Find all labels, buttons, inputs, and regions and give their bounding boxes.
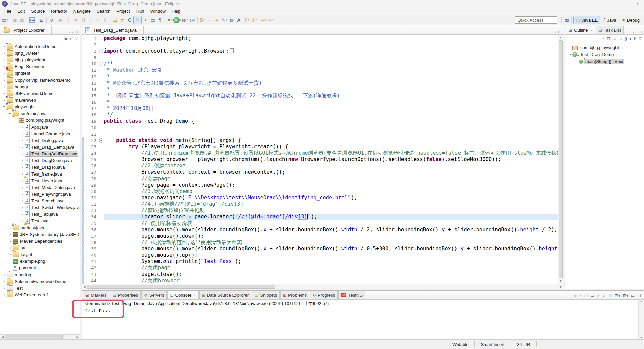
fold-column[interactable] — [98, 67, 104, 73]
close-icon[interactable]: × — [47, 28, 49, 32]
tab-snippets[interactable]: ▤Snippets — [252, 291, 280, 299]
tree-item-copy-of-vipframeworkdemo[interactable]: ›Copy of VipFrameworkDemo — [0, 77, 80, 83]
chevron-collapsed-icon[interactable]: › — [20, 185, 25, 190]
terminate-button[interactable]: ■ — [72, 16, 79, 24]
fold-column[interactable]: + — [98, 48, 104, 54]
code-line-10[interactable]: 10−/** — [82, 61, 558, 67]
search-button[interactable]: A — [235, 16, 243, 24]
tab-markers[interactable]: ▣Markers — [83, 291, 109, 299]
code-editor[interactable]: 1package com.bjhg.playwright;23+import c… — [82, 35, 558, 284]
chevron-collapsed-icon[interactable]: › — [20, 151, 25, 156]
fold-column[interactable] — [98, 144, 104, 150]
tree-item-pom-xml[interactable]: ›pom.xml — [0, 264, 80, 271]
fold-collapse-icon[interactable]: − — [99, 138, 103, 143]
fold-column[interactable] — [98, 214, 104, 220]
fold-column[interactable] — [98, 150, 104, 156]
code-line-33[interactable]: 33 //获取拖动按钮位置并拖动 — [82, 207, 558, 214]
line-number[interactable]: 44 — [84, 278, 98, 284]
code-line-16[interactable]: 16 * — [82, 99, 558, 105]
menu-source[interactable]: Source — [28, 8, 48, 14]
fold-column[interactable] — [98, 182, 104, 188]
project-explorer-hscrollbar[interactable]: ◀ ▶ — [0, 334, 80, 339]
code-line-18[interactable]: 18 */ — [82, 112, 558, 118]
code-line-42[interactable]: 42 //关闭page — [82, 265, 558, 271]
tree-item-test-playwright-java[interactable]: ›Test_Playwright.java — [0, 191, 80, 197]
code-line-13[interactable]: 13 * @公众号:北京宏哥(微信搜索,关注宏哥,提前解锁更多测试干货) — [82, 80, 558, 86]
code-line-24[interactable]: 24 //1.使用chromium浏览器,# 浏览器配置,设置以GUI模式启动C… — [82, 150, 558, 156]
line-number[interactable]: 37 — [84, 233, 98, 239]
tab-editor-file[interactable]: Test_Drag_Demo.java × — [83, 26, 144, 34]
fold-column[interactable] — [98, 73, 104, 80]
tree-item-test-drag-demo-java[interactable]: ›Test_Drag_Demo.java — [0, 144, 80, 150]
line-number[interactable]: 13 — [84, 80, 98, 86]
fold-column[interactable] — [98, 54, 104, 61]
line-number[interactable]: 42 — [84, 265, 98, 271]
line-number[interactable]: 28 — [84, 176, 98, 182]
menu-run[interactable]: Run — [133, 8, 147, 14]
chevron-collapsed-icon[interactable]: › — [2, 78, 7, 82]
line-number[interactable]: 27 — [84, 169, 98, 176]
import-resources-button[interactable]: ▰ — [213, 16, 221, 24]
scroll-down-icon[interactable]: ▼ — [559, 278, 562, 284]
line-number[interactable]: 41 — [84, 258, 98, 265]
remote-systems-button[interactable]: ⊡ — [38, 16, 45, 24]
tab-properties[interactable]: ▤Properties — [110, 291, 141, 299]
fold-column[interactable] — [98, 271, 104, 278]
line-number[interactable]: 15 — [84, 93, 98, 99]
pin-console-icon[interactable]: ⊹ — [609, 293, 612, 298]
chevron-collapsed-icon[interactable]: › — [2, 292, 7, 297]
chevron-collapsed-icon[interactable]: › — [2, 57, 7, 62]
fold-column[interactable]: − — [98, 61, 104, 67]
tab-testng[interactable]: NGTestNG — [338, 291, 365, 299]
tab-task-list[interactable]: ▤ Task List — [596, 26, 624, 34]
line-number[interactable]: 19 — [84, 118, 98, 124]
fold-column[interactable] — [98, 42, 104, 48]
chevron-collapsed-icon[interactable]: › — [20, 178, 25, 183]
new-wizard-button[interactable]: ▤▾ — [1, 16, 9, 24]
minimize-view-icon[interactable]: ▭ — [633, 30, 636, 34]
fold-column[interactable] — [98, 156, 104, 163]
tree-item-src-main-java[interactable]: ›⊞src/main/java — [0, 110, 80, 117]
open-perspective-button[interactable]: ▦ — [563, 16, 570, 24]
fold-column[interactable] — [98, 99, 104, 105]
line-number[interactable]: 36 — [84, 227, 98, 233]
tree-item-com-bjhg-playwright[interactable]: ›com.bjhg.playwright — [0, 117, 80, 123]
console-vscrollbar[interactable]: ▲ ▼ — [638, 300, 644, 339]
line-number[interactable]: 10 — [84, 61, 98, 67]
code-line-11[interactable]: 11 * @author 北京-宏哥 — [82, 67, 558, 73]
line-number[interactable]: 31 — [84, 195, 98, 201]
scroll-left-icon[interactable]: ◀ — [82, 285, 87, 288]
fold-column[interactable] — [98, 220, 104, 227]
scroll-up-icon[interactable]: ▲ — [640, 300, 643, 303]
resume-button[interactable]: ▶ — [57, 16, 65, 24]
line-number[interactable]: 29 — [84, 182, 98, 188]
fold-column[interactable] — [98, 278, 104, 284]
line-number[interactable]: 30 — [84, 188, 98, 195]
line-number[interactable]: 38 — [84, 239, 98, 246]
fold-column[interactable] — [98, 201, 104, 207]
line-number[interactable]: 11 — [84, 67, 98, 73]
fold-column[interactable] — [98, 163, 104, 169]
scroll-right-icon[interactable]: ▶ — [75, 335, 80, 339]
code-line-37[interactable]: 37 page.mouse().down(); — [82, 233, 558, 239]
tree-item-test-draganddrop-java[interactable]: ›Test_DragAndDrop.java — [0, 150, 80, 157]
code-line-2[interactable]: 2 — [82, 42, 558, 48]
maximize-window-button[interactable]: □ — [619, 0, 631, 7]
skip-all-breakpoints-button[interactable]: ⊘ — [48, 16, 55, 24]
fold-column[interactable] — [98, 131, 104, 137]
scroll-lock-icon[interactable]: ⊼ — [597, 293, 600, 298]
tree-item-example-png[interactable]: ›example.png — [0, 258, 80, 264]
code-line-9[interactable]: 9 — [82, 54, 558, 61]
chevron-collapsed-icon[interactable]: › — [2, 272, 7, 277]
hide-local-types-icon[interactable]: L — [634, 36, 636, 41]
outline-item-test-drag-demo[interactable]: ›CTest_Drag_Demo — [565, 51, 644, 58]
maximize-console-icon[interactable]: ☐ — [637, 293, 641, 298]
tree-item-test-hover-java[interactable]: ›Test_Hover.java — [0, 177, 80, 184]
go-to-last-edit-button[interactable]: ⇄ — [119, 16, 126, 24]
tab-project-explorer[interactable]: Project Explorer × — [1, 26, 52, 34]
tree-item-bjhg-playwright[interactable]: ›bjhg_playwright — [0, 56, 80, 63]
line-number[interactable]: 18 — [84, 112, 98, 118]
chevron-collapsed-icon[interactable]: › — [20, 192, 25, 196]
code-line-26[interactable]: 26 //2.创建context — [82, 163, 558, 169]
code-line-40[interactable]: 40 page.mouse().up(); — [82, 252, 558, 258]
